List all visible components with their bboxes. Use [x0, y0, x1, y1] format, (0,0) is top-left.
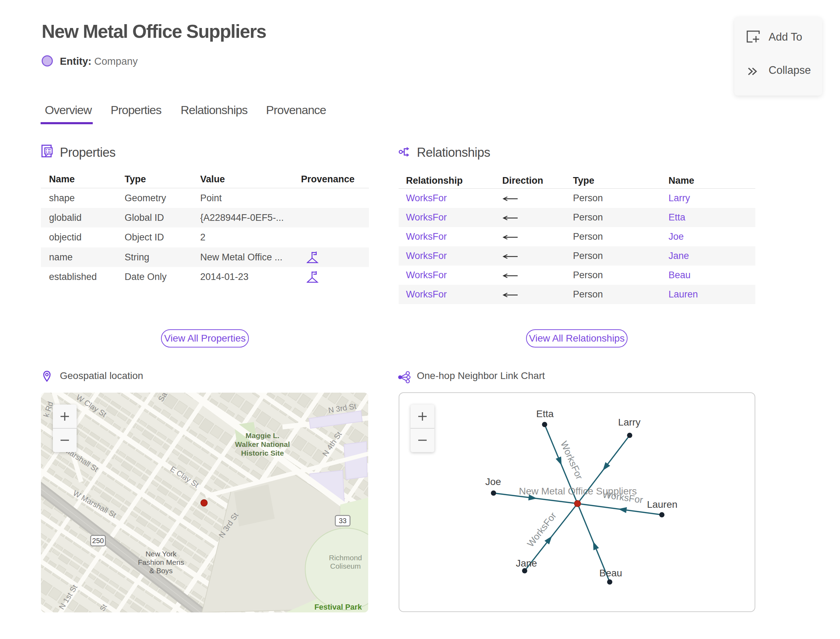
svg-text:Lauren: Lauren: [647, 499, 677, 510]
svg-text:Coliseum: Coliseum: [330, 562, 361, 570]
svg-text:Etta: Etta: [536, 409, 554, 419]
svg-text:WorksFor: WorksFor: [558, 440, 585, 481]
svg-text:Jane: Jane: [516, 558, 537, 569]
svg-text:& Boys: & Boys: [150, 567, 173, 575]
svg-text:Maggie L.: Maggie L.: [246, 431, 280, 440]
svg-text:Festival Park: Festival Park: [314, 602, 362, 611]
svg-text:Richmond: Richmond: [329, 554, 362, 562]
svg-text:New York: New York: [146, 550, 177, 558]
svg-text:New Metal Office Suppliers: New Metal Office Suppliers: [519, 486, 636, 497]
svg-text:Fashion Mens: Fashion Mens: [138, 558, 184, 566]
svg-text:Walker National: Walker National: [235, 440, 290, 448]
svg-text:Joe: Joe: [485, 476, 501, 487]
svg-text:Historic Site: Historic Site: [241, 449, 284, 457]
svg-text:33: 33: [339, 517, 347, 525]
svg-text:Larry: Larry: [618, 417, 641, 428]
svg-text:250: 250: [92, 537, 103, 545]
svg-text:WorksFor: WorksFor: [525, 510, 558, 549]
svg-text:Beau: Beau: [599, 567, 622, 579]
